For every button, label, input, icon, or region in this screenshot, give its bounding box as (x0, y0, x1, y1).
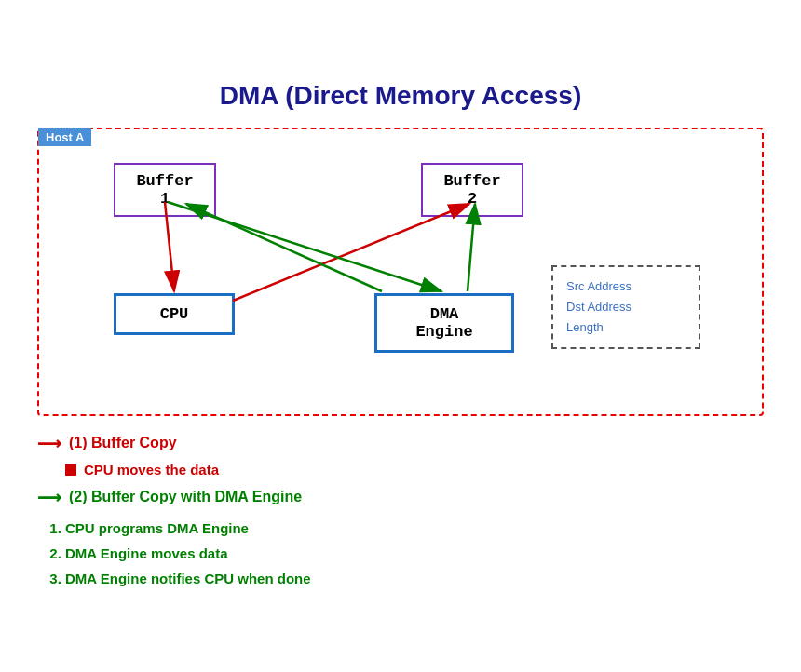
page-container: DMA (Direct Memory Access) Host A Buffer… (19, 62, 782, 610)
green-list-item-3: DMA Engine notifies CPU when done (65, 566, 764, 591)
diagram-area: Buffer 1 Buffer 2 CPU DMA Engine Src Add… (58, 154, 743, 396)
register-box: Src Address Dst Address Length (551, 265, 700, 349)
red-sub-text: CPU moves the data (84, 462, 219, 477)
svg-line-5 (186, 204, 382, 291)
main-title: DMA (Direct Memory Access) (37, 81, 764, 111)
src-address: Src Address (566, 276, 686, 297)
cpu-box: CPU (114, 293, 235, 335)
green-list-item-1: CPU programs DMA Engine (65, 516, 764, 541)
buffer1-box: Buffer 1 (114, 163, 216, 217)
legend-section: ⟶ (1) Buffer Copy CPU moves the data ⟶ (… (37, 433, 764, 591)
green-list-item-2: DMA Engine moves data (65, 541, 764, 566)
green-legend-title: (2) Buffer Copy with DMA Engine (69, 487, 302, 507)
dst-address: Dst Address (566, 297, 686, 317)
green-list: CPU programs DMA Engine DMA Engine moves… (65, 516, 764, 591)
red-arrow-icon: ⟶ (37, 433, 61, 456)
red-legend-title: (1) Buffer Copy (69, 433, 177, 453)
svg-line-3 (233, 204, 469, 301)
dma-engine-box: DMA Engine (374, 293, 514, 353)
host-box: Host A Buffer 1 Buffer 2 CPU DMA Engine … (37, 128, 764, 416)
red-sub-row: CPU moves the data (65, 462, 764, 477)
green-section: ⟶ (2) Buffer Copy with DMA Engine CPU pr… (37, 487, 764, 591)
buffer2-box: Buffer 2 (421, 163, 523, 217)
green-legend-row: ⟶ (2) Buffer Copy with DMA Engine (37, 487, 764, 510)
green-arrow-icon: ⟶ (37, 487, 61, 510)
red-square-icon (65, 464, 76, 476)
red-legend-row: ⟶ (1) Buffer Copy (37, 433, 764, 456)
host-label: Host A (38, 128, 91, 146)
length: Length (566, 317, 686, 338)
svg-line-6 (468, 204, 475, 291)
